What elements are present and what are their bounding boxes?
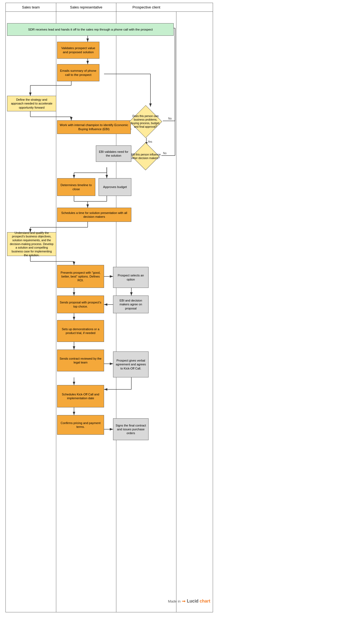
page: Sales team Sales representative Prospect… bbox=[0, 0, 218, 615]
col2-lane bbox=[56, 12, 116, 612]
swimlane-body: No Yes Yes No bbox=[6, 12, 213, 612]
col1-header: Sales team bbox=[6, 3, 56, 11]
lucidchart-badge: Made in ➟ Lucidchart bbox=[168, 598, 210, 604]
col2-header: Sales representative bbox=[56, 3, 116, 11]
swimlane-container: Sales team Sales representative Prospect… bbox=[5, 3, 213, 612]
lc-icon: ➟ bbox=[182, 598, 186, 604]
col1-lane bbox=[6, 12, 56, 612]
col3-header: Prospective client bbox=[116, 3, 176, 11]
made-in-label: Made in bbox=[168, 599, 181, 603]
swimlane-header: Sales team Sales representative Prospect… bbox=[6, 3, 213, 12]
chart-label: chart bbox=[200, 599, 210, 604]
lucid-label: Lucid bbox=[187, 599, 199, 604]
col3-lane bbox=[116, 12, 176, 612]
